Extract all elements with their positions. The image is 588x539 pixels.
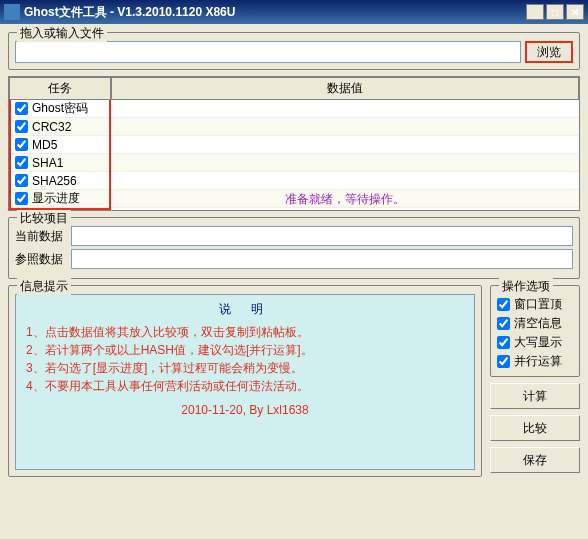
ref-data-input[interactable] (71, 249, 573, 269)
file-input-group: 拖入或输入文件 浏览 (8, 32, 580, 70)
info-group-label: 信息提示 (17, 278, 71, 295)
compare-group-label: 比较项目 (17, 210, 71, 227)
task-check-progress[interactable] (15, 192, 28, 205)
task-row-progress[interactable]: 显示进度 (11, 190, 109, 208)
task-check-md5[interactable] (15, 138, 28, 151)
option-clear[interactable]: 清空信息 (497, 315, 575, 332)
task-row-ghost[interactable]: Ghost密码 (11, 100, 109, 118)
task-header-value[interactable]: 数据值 (111, 77, 579, 100)
info-line-2: 2、若计算两个或以上HASH值，建议勾选[并行运算]。 (26, 342, 464, 359)
check-parallel[interactable] (497, 355, 510, 368)
info-title: 说 明 (26, 301, 464, 318)
task-row-crc32[interactable]: CRC32 (11, 118, 109, 136)
titlebar-text: Ghost文件工具 - V1.3.2010.1120 X86U (24, 4, 526, 21)
info-line-4: 4、不要用本工具从事任何营利活动或任何违法活动。 (26, 378, 464, 395)
info-group: 信息提示 说 明 1、点击数据值将其放入比较项，双击复制到粘帖板。 2、若计算两… (8, 285, 482, 477)
task-row-sha256[interactable]: SHA256 (11, 172, 109, 190)
calculate-button[interactable]: 计算 (490, 383, 580, 409)
compare-button[interactable]: 比较 (490, 415, 580, 441)
task-row-md5[interactable]: MD5 (11, 136, 109, 154)
check-upper[interactable] (497, 336, 510, 349)
task-check-sha256[interactable] (15, 174, 28, 187)
task-check-crc32[interactable] (15, 120, 28, 133)
status-text: 准备就绪，等待操作。 (285, 191, 405, 208)
save-button[interactable]: 保存 (490, 447, 580, 473)
current-data-input[interactable] (71, 226, 573, 246)
info-line-3: 3、若勾选了[显示进度]，计算过程可能会稍为变慢。 (26, 360, 464, 377)
info-box: 说 明 1、点击数据值将其放入比较项，双击复制到粘帖板。 2、若计算两个或以上H… (15, 294, 475, 470)
compare-group: 比较项目 当前数据 参照数据 (8, 217, 580, 279)
task-table: 任务 数据值 Ghost密码 CRC32 MD5 SHA1 SHA256 显示进… (8, 76, 580, 211)
value-row[interactable] (111, 136, 579, 154)
task-check-ghost[interactable] (15, 102, 28, 115)
task-header-task[interactable]: 任务 (9, 77, 111, 100)
check-clear[interactable] (497, 317, 510, 330)
option-parallel[interactable]: 并行运算 (497, 353, 575, 370)
option-topmost[interactable]: 窗口置顶 (497, 296, 575, 313)
value-row[interactable] (111, 118, 579, 136)
app-icon (4, 4, 20, 20)
task-check-sha1[interactable] (15, 156, 28, 169)
option-upper[interactable]: 大写显示 (497, 334, 575, 351)
task-row-sha1[interactable]: SHA1 (11, 154, 109, 172)
value-row[interactable] (111, 100, 579, 118)
ref-data-label: 参照数据 (15, 251, 71, 268)
value-row[interactable]: 准备就绪，等待操作。 (111, 190, 579, 208)
current-data-label: 当前数据 (15, 228, 71, 245)
options-label: 操作选项 (499, 278, 553, 295)
info-date: 2010-11-20, By Lxl1638 (26, 403, 464, 417)
value-row[interactable] (111, 172, 579, 190)
info-line-1: 1、点击数据值将其放入比较项，双击复制到粘帖板。 (26, 324, 464, 341)
options-group: 操作选项 窗口置顶 清空信息 大写显示 并行运算 (490, 285, 580, 377)
file-path-input[interactable] (15, 41, 521, 63)
minimize-button[interactable]: _ (526, 4, 544, 20)
value-row[interactable] (111, 154, 579, 172)
titlebar: Ghost文件工具 - V1.3.2010.1120 X86U _ □ ✕ (0, 0, 588, 24)
browse-button[interactable]: 浏览 (525, 41, 573, 63)
maximize-button[interactable]: □ (546, 4, 564, 20)
check-topmost[interactable] (497, 298, 510, 311)
close-button[interactable]: ✕ (566, 4, 584, 20)
file-group-label: 拖入或输入文件 (17, 25, 107, 42)
